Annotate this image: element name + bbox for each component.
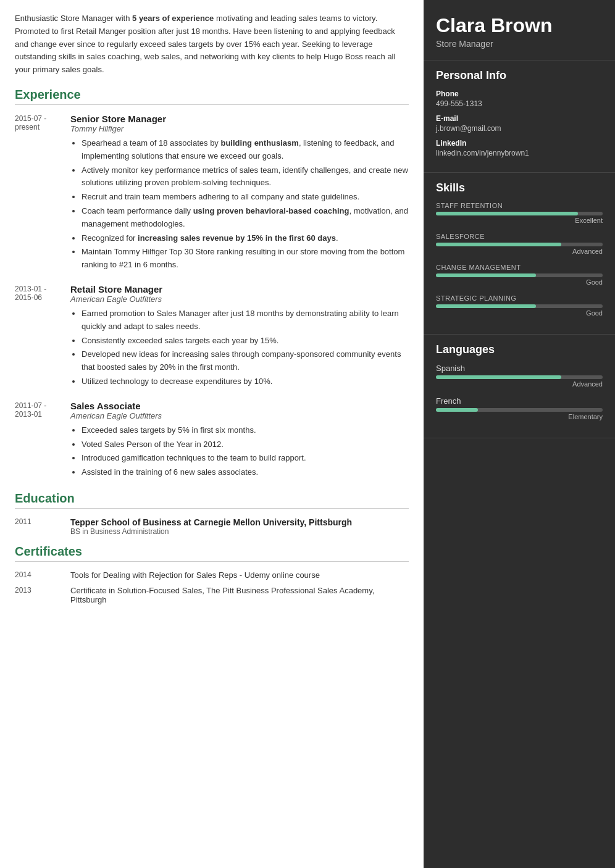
list-item: Coach team performance daily using prove… bbox=[82, 205, 409, 231]
lang-spanish: Spanish Advanced bbox=[436, 364, 603, 388]
skill-bar-fill-salesforce bbox=[436, 243, 561, 246]
exp-entry-retail: 2013-01 -2015-06 Retail Store Manager Am… bbox=[15, 284, 409, 390]
list-item: Recruit and train team members adhering … bbox=[82, 191, 409, 204]
skill-level-staff: Excellent bbox=[436, 217, 603, 224]
edu-year: 2011 bbox=[15, 517, 70, 536]
skill-level-salesforce: Advanced bbox=[436, 248, 603, 255]
email-label: E-mail bbox=[436, 114, 603, 123]
left-panel: Enthusiastic Store Manager with 5 years … bbox=[0, 0, 424, 868]
exp-title-associate: Sales Associate bbox=[70, 401, 409, 411]
exp-content-associate: Sales Associate American Eagle Outfitter… bbox=[70, 401, 409, 480]
exp-title-retail: Retail Store Manager bbox=[70, 284, 409, 294]
exp-company-associate: American Eagle Outfitters bbox=[70, 411, 409, 420]
skill-bar-bg-staff bbox=[436, 212, 603, 215]
list-item: Earned promotion to Sales Manager after … bbox=[82, 307, 409, 333]
skill-bar-fill-strategic bbox=[436, 304, 536, 308]
skill-bar-fill-staff bbox=[436, 212, 578, 215]
cert-entry-2: 2013 Certificate in Solution-Focused Sal… bbox=[15, 586, 409, 604]
list-item: Voted Sales Person of the Year in 2012. bbox=[82, 438, 409, 451]
phone-label: Phone bbox=[436, 90, 603, 98]
skill-salesforce: SALESFORCE Advanced bbox=[436, 233, 603, 255]
exp-date-senior: 2015-07 -present bbox=[15, 114, 70, 273]
lang-bar-bg-french bbox=[436, 408, 603, 412]
list-item: Consistently exceeded sales targets each… bbox=[82, 335, 409, 348]
skill-change-mgmt: CHANGE MANAGEMENT Good bbox=[436, 264, 603, 286]
summary-text: Enthusiastic Store Manager with 5 years … bbox=[15, 12, 409, 77]
linkedin-label: LinkedIn bbox=[436, 139, 603, 148]
exp-title-senior: Senior Store Manager bbox=[70, 114, 409, 124]
list-item: Utilized technology to decrease expendit… bbox=[82, 375, 409, 388]
skills-section: Skills STAFF RETENTION Excellent SALESFO… bbox=[424, 173, 615, 335]
phone-value: 499-555-1313 bbox=[436, 99, 603, 108]
skill-strategic-planning: STRATEGIC PLANNING Good bbox=[436, 294, 603, 317]
list-item: Actively monitor key performance metrics… bbox=[82, 164, 409, 190]
edu-degree: BS in Business Administration bbox=[70, 527, 352, 536]
experience-heading: Experience bbox=[15, 88, 409, 105]
skill-level-change-mgmt: Good bbox=[436, 278, 603, 286]
lang-bar-fill-spanish bbox=[436, 375, 561, 379]
exp-entry-senior: 2015-07 -present Senior Store Manager To… bbox=[15, 114, 409, 273]
lang-bar-fill-french bbox=[436, 408, 478, 412]
lang-level-spanish: Advanced bbox=[436, 380, 603, 388]
skill-name-salesforce: SALESFORCE bbox=[436, 233, 603, 240]
lang-name-french: French bbox=[436, 396, 603, 406]
list-item: Maintain Tommy Hilfiger Top 30 Store ran… bbox=[82, 246, 409, 272]
personal-info-section: Personal Info Phone 499-555-1313 E-mail … bbox=[424, 61, 615, 173]
cert-year-2: 2013 bbox=[15, 586, 70, 604]
lang-bar-bg-spanish bbox=[436, 375, 603, 379]
skill-name-change-mgmt: CHANGE MANAGEMENT bbox=[436, 264, 603, 271]
linkedin-value: linkedin.com/in/jennybrown1 bbox=[436, 149, 603, 157]
exp-company-retail: American Eagle Outfitters bbox=[70, 294, 409, 304]
exp-date-retail: 2013-01 -2015-06 bbox=[15, 284, 70, 390]
exp-content-senior: Senior Store Manager Tommy Hilfiger Spea… bbox=[70, 114, 409, 273]
skill-name-strategic: STRATEGIC PLANNING bbox=[436, 294, 603, 302]
personal-info-heading: Personal Info bbox=[436, 69, 603, 82]
list-item: Assisted in the training of 6 new sales … bbox=[82, 466, 409, 479]
list-item: Recognized for increasing sales revenue … bbox=[82, 232, 409, 245]
exp-content-retail: Retail Store Manager American Eagle Outf… bbox=[70, 284, 409, 390]
edu-entry: 2011 Tepper School of Business at Carneg… bbox=[15, 517, 409, 536]
skill-name-staff: STAFF RETENTION bbox=[436, 202, 603, 209]
languages-heading: Languages bbox=[436, 343, 603, 356]
candidate-role: Store Manager bbox=[436, 39, 603, 49]
skill-bar-bg-change-mgmt bbox=[436, 273, 603, 277]
cert-text-2: Certificate in Solution-Focused Sales, T… bbox=[70, 586, 409, 604]
list-item: Exceeded sales targets by 5% in first si… bbox=[82, 424, 409, 437]
edu-content: Tepper School of Business at Carnegie Me… bbox=[70, 517, 352, 536]
resume-container: Enthusiastic Store Manager with 5 years … bbox=[0, 0, 615, 868]
skill-staff-retention: STAFF RETENTION Excellent bbox=[436, 202, 603, 224]
cert-year-1: 2014 bbox=[15, 570, 70, 580]
name-section: Clara Brown Store Manager bbox=[424, 0, 615, 61]
education-heading: Education bbox=[15, 491, 409, 509]
list-item: Introduced gamification techniques to th… bbox=[82, 452, 409, 465]
exp-entry-associate: 2011-07 -2013-01 Sales Associate America… bbox=[15, 401, 409, 480]
cert-text-1: Tools for Dealing with Rejection for Sal… bbox=[70, 570, 409, 580]
email-value: j.brown@gmail.com bbox=[436, 124, 603, 133]
languages-section: Languages Spanish Advanced French Elemen… bbox=[424, 335, 615, 438]
lang-name-spanish: Spanish bbox=[436, 364, 603, 373]
edu-school: Tepper School of Business at Carnegie Me… bbox=[70, 517, 352, 527]
skill-bar-fill-change-mgmt bbox=[436, 273, 536, 277]
lang-level-french: Elementary bbox=[436, 413, 603, 420]
certificates-heading: Certificates bbox=[15, 545, 409, 562]
exp-bullets-senior: Spearhead a team of 18 associates by bui… bbox=[70, 137, 409, 272]
cert-entry-1: 2014 Tools for Dealing with Rejection fo… bbox=[15, 570, 409, 580]
skill-bar-bg-salesforce bbox=[436, 243, 603, 246]
exp-date-associate: 2011-07 -2013-01 bbox=[15, 401, 70, 480]
right-panel: Clara Brown Store Manager Personal Info … bbox=[424, 0, 615, 868]
lang-french: French Elementary bbox=[436, 396, 603, 420]
skills-heading: Skills bbox=[436, 182, 603, 194]
list-item: Spearhead a team of 18 associates by bui… bbox=[82, 137, 409, 163]
candidate-name: Clara Brown bbox=[436, 15, 603, 36]
exp-company-senior: Tommy Hilfiger bbox=[70, 124, 409, 133]
skill-bar-bg-strategic bbox=[436, 304, 603, 308]
skill-level-strategic: Good bbox=[436, 309, 603, 317]
exp-bullets-retail: Earned promotion to Sales Manager after … bbox=[70, 307, 409, 388]
exp-bullets-associate: Exceeded sales targets by 5% in first si… bbox=[70, 424, 409, 479]
list-item: Developed new ideas for increasing sales… bbox=[82, 348, 409, 374]
